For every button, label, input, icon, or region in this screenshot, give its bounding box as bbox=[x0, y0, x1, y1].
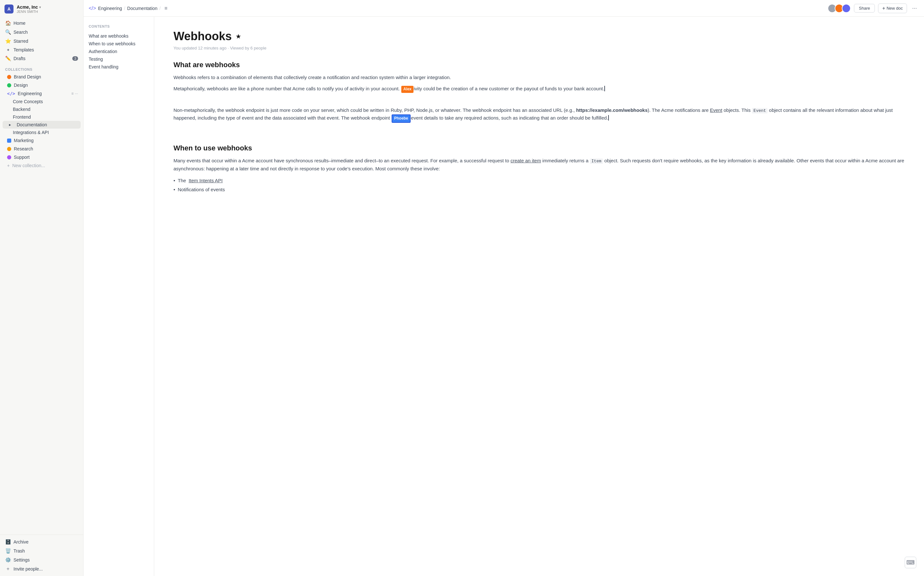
breadcrumb-engineering[interactable]: Engineering bbox=[98, 6, 122, 11]
sidebar-item-label: Templates bbox=[13, 47, 34, 53]
toc-item-event-handling[interactable]: Event handling bbox=[89, 63, 149, 71]
filter-list-icon[interactable]: ≡ bbox=[71, 91, 73, 96]
new-collection-button[interactable]: + New collection... bbox=[3, 162, 81, 170]
sidebar-item-brand-design[interactable]: Brand Design bbox=[3, 73, 81, 81]
toc-label: CONTENTS bbox=[89, 24, 149, 28]
event-code-inline: Event bbox=[752, 108, 768, 114]
sidebar-item-design[interactable]: Design bbox=[3, 81, 81, 90]
topbar-right: Share + New doc ··· bbox=[828, 3, 919, 13]
document-title: Webhooks bbox=[174, 30, 231, 43]
star-icon: ⭐ bbox=[5, 38, 11, 44]
sidebar-item-backend[interactable]: Backend bbox=[3, 106, 81, 113]
footer-item-label: Invite people... bbox=[13, 566, 43, 571]
sidebar-item-marketing[interactable]: Marketing bbox=[3, 136, 81, 145]
sidebar-item-invite[interactable]: + Invite people... bbox=[3, 565, 81, 573]
sidebar-item-core-concepts[interactable]: Core Concepts bbox=[3, 98, 81, 106]
sub-item-label: Integrations & API bbox=[13, 130, 49, 135]
collection-label: Marketing bbox=[14, 138, 34, 143]
breadcrumb-separator: / bbox=[124, 6, 125, 11]
invite-icon: + bbox=[5, 566, 11, 572]
chevron-down-icon: ▾ bbox=[39, 5, 41, 9]
sidebar-item-starred[interactable]: ⭐ Starred bbox=[3, 37, 81, 46]
plus-icon: + bbox=[7, 163, 10, 168]
breadcrumb-documentation[interactable]: Documentation bbox=[127, 6, 158, 11]
sidebar-item-integrations[interactable]: Integrations & API bbox=[3, 129, 81, 136]
event-link[interactable]: Event bbox=[710, 107, 722, 113]
sub-item-label: Documentation bbox=[13, 122, 47, 127]
sidebar-item-frontend[interactable]: Frontend bbox=[3, 113, 81, 121]
sidebar: A Acme, Inc ▾ JENN SMITH 🏠 Home 🔍 Search… bbox=[0, 0, 83, 576]
sidebar-item-label: Search bbox=[13, 30, 28, 35]
footer-item-label: Settings bbox=[13, 557, 30, 563]
sidebar-footer: 🗄️ Archive 🗑️ Trash ⚙️ Settings + Invite… bbox=[0, 534, 83, 576]
share-button[interactable]: Share bbox=[854, 4, 875, 13]
engineering-breadcrumb-icon: </> bbox=[89, 5, 96, 11]
workspace-user: JENN SMITH bbox=[17, 10, 41, 13]
settings-icon: ⚙️ bbox=[5, 557, 11, 563]
document-title-row: Webhooks ★ bbox=[174, 30, 905, 43]
sidebar-item-engineering[interactable]: </> Engineering ≡ ··· bbox=[3, 90, 81, 98]
sidebar-nav: 🏠 Home 🔍 Search ⭐ Starred ✦ Templates ✏️… bbox=[0, 18, 83, 64]
sidebar-item-label: Drafts bbox=[13, 56, 26, 61]
collection-label: Engineering bbox=[18, 91, 42, 96]
workspace-header[interactable]: A Acme, Inc ▾ JENN SMITH bbox=[0, 0, 83, 18]
sidebar-item-documentation[interactable]: Documentation bbox=[3, 121, 81, 129]
doc-paragraph-1: Webhooks refers to a combination of elem… bbox=[174, 74, 905, 82]
engineering-actions[interactable]: ≡ ··· bbox=[71, 91, 78, 96]
new-doc-button[interactable]: + New doc bbox=[878, 3, 907, 13]
sidebar-item-templates[interactable]: ✦ Templates bbox=[3, 46, 81, 54]
sidebar-item-trash[interactable]: 🗑️ Trash bbox=[3, 546, 81, 555]
keyboard-shortcut-icon[interactable]: ⌨ bbox=[905, 557, 916, 568]
collections-list: Brand Design Design </> Engineering ≡ ··… bbox=[0, 73, 83, 170]
favorite-star-icon[interactable]: ★ bbox=[236, 32, 241, 40]
design-icon bbox=[7, 83, 11, 88]
breadcrumb-separator-2: / bbox=[160, 6, 161, 11]
toc-item-what-are-webhooks[interactable]: What are webhooks bbox=[89, 32, 149, 40]
sidebar-item-archive[interactable]: 🗄️ Archive bbox=[3, 538, 81, 546]
table-of-contents: CONTENTS What are webhooks When to use w… bbox=[83, 17, 154, 576]
avatar-3 bbox=[842, 4, 851, 13]
sidebar-item-search[interactable]: 🔍 Search bbox=[3, 28, 81, 37]
workspace-avatar: A bbox=[5, 5, 13, 13]
toc-item-authentication[interactable]: Authentication bbox=[89, 48, 149, 55]
sub-item-label: Backend bbox=[13, 107, 30, 112]
bullet-list: The Item Intents API Notifications of ev… bbox=[174, 176, 905, 195]
new-doc-label: New doc bbox=[886, 6, 903, 11]
collection-label: Support bbox=[14, 155, 30, 160]
collection-label: Research bbox=[14, 146, 33, 151]
archive-icon: 🗄️ bbox=[5, 539, 11, 545]
doc-paragraph-4: Many events that occur within a Acme acc… bbox=[174, 157, 905, 173]
main-area: </> Engineering / Documentation / ≡ Shar… bbox=[83, 0, 924, 576]
more-options-icon[interactable]: ··· bbox=[75, 91, 78, 96]
doc-paragraph-2: Metaphorically, webhooks are like a phon… bbox=[174, 85, 905, 93]
section-heading-what-are-webhooks: What are webhooks bbox=[174, 61, 905, 69]
url-example: https://example.com/webhooks bbox=[576, 107, 648, 113]
toc-item-when-to-use[interactable]: When to use webhooks bbox=[89, 40, 149, 48]
create-item-link[interactable]: create an item bbox=[511, 158, 541, 163]
more-options-button[interactable]: ··· bbox=[910, 3, 919, 13]
item-intents-link[interactable]: Item Intents API bbox=[188, 177, 223, 185]
sidebar-item-research[interactable]: Research bbox=[3, 145, 81, 153]
drafts-badge: 3 bbox=[72, 56, 78, 61]
sidebar-item-home[interactable]: 🏠 Home bbox=[3, 19, 81, 28]
toc-item-testing[interactable]: Testing bbox=[89, 55, 149, 63]
text-cursor-1 bbox=[604, 86, 605, 91]
workspace-info: Acme, Inc ▾ JENN SMITH bbox=[17, 5, 41, 13]
templates-icon: ✦ bbox=[5, 48, 11, 53]
sidebar-item-drafts[interactable]: ✏️ Drafts 3 bbox=[3, 54, 81, 63]
engineering-icon: </> bbox=[7, 91, 15, 96]
brand-design-icon bbox=[7, 75, 11, 79]
document-area[interactable]: Webhooks ★ You updated 12 minutes ago · … bbox=[154, 17, 924, 576]
topbar: </> Engineering / Documentation / ≡ Shar… bbox=[83, 0, 924, 17]
document-meta: You updated 12 minutes ago · Viewed by 6… bbox=[174, 46, 905, 50]
sidebar-item-support[interactable]: Support bbox=[3, 153, 81, 162]
collaborator-avatars bbox=[828, 4, 851, 13]
user-cursor-alex: Alex bbox=[401, 86, 413, 93]
sidebar-item-settings[interactable]: ⚙️ Settings bbox=[3, 555, 81, 565]
workspace-name: Acme, Inc ▾ bbox=[17, 5, 41, 10]
content-area: CONTENTS What are webhooks When to use w… bbox=[83, 17, 924, 576]
sub-item-label: Core Concepts bbox=[13, 99, 43, 104]
outline-menu-icon[interactable]: ≡ bbox=[163, 4, 169, 13]
breadcrumb: </> Engineering / Documentation / bbox=[89, 5, 161, 11]
research-icon bbox=[7, 147, 11, 151]
